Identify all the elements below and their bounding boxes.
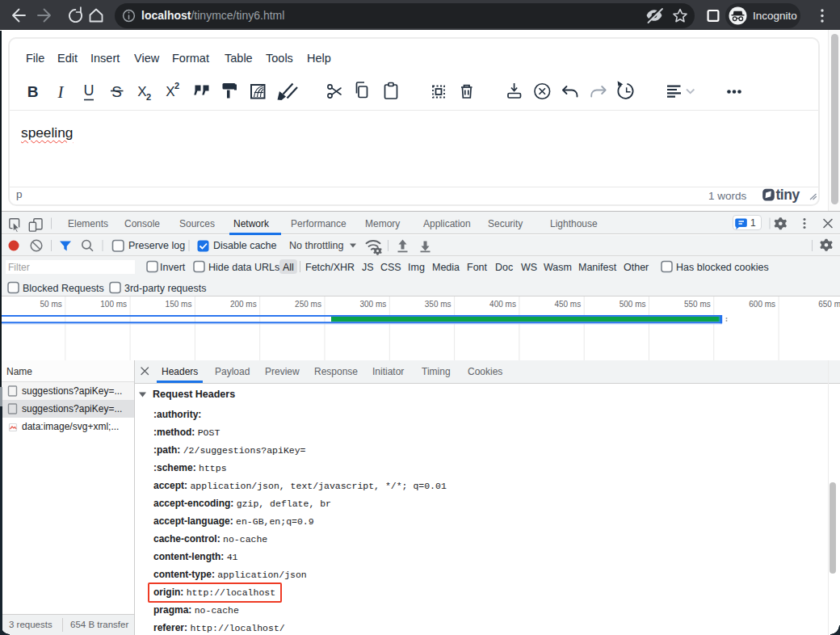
svg-text:350 ms: 350 ms [425, 300, 452, 309]
svg-text:2: 2 [174, 81, 179, 90]
svg-text:50 ms: 50 ms [40, 300, 62, 309]
svg-text:650 ms: 650 ms [818, 300, 840, 309]
svg-text:600 ms: 600 ms [749, 300, 775, 309]
svg-text:2: 2 [146, 92, 151, 102]
svg-text:U: U [84, 82, 94, 99]
svg-text:B: B [27, 83, 39, 100]
svg-text:100 ms: 100 ms [100, 300, 127, 309]
svg-text:S: S [111, 83, 122, 100]
svg-text:450 ms: 450 ms [554, 300, 581, 309]
svg-text:tiny: tiny [776, 187, 800, 203]
svg-text:550 ms: 550 ms [684, 300, 711, 309]
svg-text:I: I [57, 82, 65, 102]
svg-text:250 ms: 250 ms [295, 300, 321, 309]
svg-text:200 ms: 200 ms [230, 300, 257, 309]
svg-text:150 ms: 150 ms [166, 300, 192, 309]
svg-text:300 ms: 300 ms [360, 300, 387, 309]
svg-text:400 ms: 400 ms [489, 300, 516, 309]
svg-text:500 ms: 500 ms [620, 300, 646, 309]
